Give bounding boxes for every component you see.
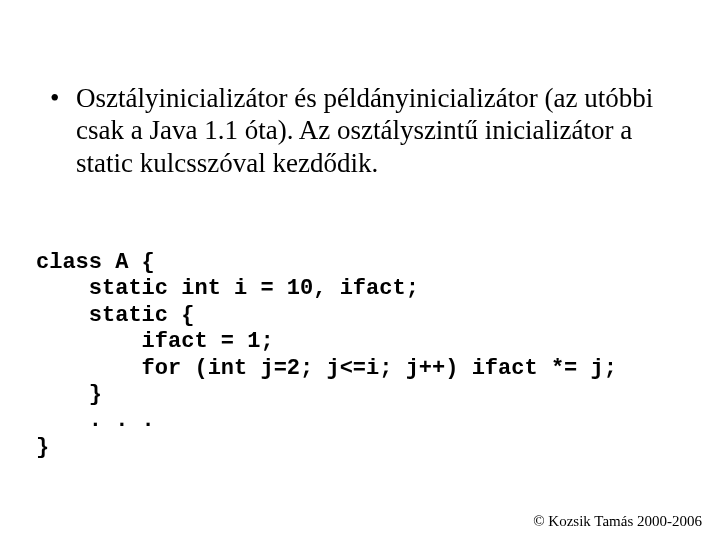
code-block: class A { static int i = 10, ifact; stat… xyxy=(36,250,684,461)
code-line-5: for (int j=2; j<=i; j++) ifact *= j; xyxy=(36,356,617,381)
slide: Osztályinicializátor és példányinicializ… xyxy=(0,0,720,540)
code-line-2: static int i = 10, ifact; xyxy=(36,276,419,301)
code-line-6: } xyxy=(36,382,102,407)
footer-text: © Kozsik Tamás 2000-2006 xyxy=(533,513,702,529)
bullet-block: Osztályinicializátor és példányinicializ… xyxy=(48,82,680,179)
code-line-4: ifact = 1; xyxy=(36,329,274,354)
footer-copyright: © Kozsik Tamás 2000-2006 xyxy=(533,513,702,530)
bullet-text: Osztályinicializátor és példányinicializ… xyxy=(76,83,653,178)
code-line-7: . . . xyxy=(36,408,155,433)
code-line-3: static { xyxy=(36,303,194,328)
bullet-list: Osztályinicializátor és példányinicializ… xyxy=(48,82,680,179)
bullet-item: Osztályinicializátor és példányinicializ… xyxy=(48,82,680,179)
code-line-8: } xyxy=(36,435,49,460)
code-line-1: class A { xyxy=(36,250,155,275)
